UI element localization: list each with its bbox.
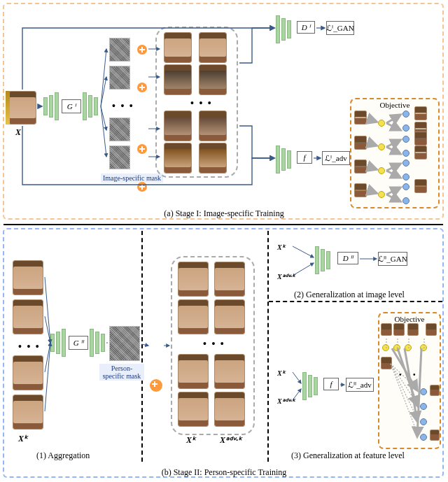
plus-big xyxy=(150,379,162,392)
feat-net xyxy=(276,146,291,173)
g2-dots: • • • xyxy=(203,339,225,350)
g2-r4c1 xyxy=(178,392,209,427)
var-X: X xyxy=(15,127,21,138)
caption-stage2: (b) Stage II: Person-specific Training xyxy=(0,467,448,478)
bball-3a xyxy=(402,160,410,166)
g2-r3c2 xyxy=(214,354,245,389)
var-Xk-mid: Xᵏ xyxy=(186,435,195,446)
obj2-m1 xyxy=(381,357,392,369)
xk-face-1 xyxy=(13,260,43,295)
bball-4a xyxy=(402,183,410,190)
feat2-label: f xyxy=(330,380,332,388)
mask-4 xyxy=(109,146,130,169)
mask-1 xyxy=(109,38,130,62)
g2-r4c2 xyxy=(214,392,245,427)
obj2-y3 xyxy=(405,344,412,351)
loss-gan: ℒᴵ_GAN xyxy=(326,24,354,33)
bball-3b xyxy=(402,173,410,180)
obj-mini-d1 xyxy=(354,183,367,197)
obj2-b3 xyxy=(420,418,427,425)
face-r1c1 xyxy=(164,32,192,63)
loss-gan-box: ℒᴵ_GAN xyxy=(326,21,354,35)
person-mask xyxy=(109,326,140,361)
face-r2c1 xyxy=(164,64,192,95)
loss-gan2-box: ℒᴵᴵ_GAN xyxy=(378,252,407,266)
disc2-label-box: D ᴵᴵ xyxy=(337,252,358,264)
plus-2 xyxy=(137,83,147,92)
xk-dots: • • • xyxy=(18,341,41,353)
bball-4b xyxy=(402,197,410,204)
bball-2a xyxy=(402,136,410,143)
var-Xadvk-2: Xᵃᵈᵛ·ᵏ xyxy=(277,273,295,281)
disc2-net xyxy=(315,246,330,274)
gen2-net-dec xyxy=(90,329,105,357)
feat2-net xyxy=(302,372,318,400)
mask-3 xyxy=(109,118,130,141)
part2-label: (2) Generalization at image level xyxy=(294,290,405,300)
face-r4c2 xyxy=(199,143,227,173)
obj2-bm1 xyxy=(430,385,440,396)
obj2-dots: • • • xyxy=(399,371,417,378)
hsep-2 xyxy=(269,301,442,302)
obj-mini-c1 xyxy=(354,160,367,173)
obj2-bm4 xyxy=(430,430,440,441)
xk-face-2 xyxy=(13,299,43,334)
part1-label: (1) Aggregation xyxy=(36,451,90,461)
obj2-y1 xyxy=(382,344,389,351)
plus-3 xyxy=(137,144,147,154)
obj2-t2 xyxy=(393,323,405,336)
face-r1c2 xyxy=(199,32,227,63)
yball-1 xyxy=(378,120,385,127)
disc-label-box: D ᴵ xyxy=(297,21,315,34)
var-Xadvk-mid: Xᵃᵈᵛ·ᵏ xyxy=(220,435,241,446)
g2-r2c2 xyxy=(214,299,245,334)
bball-1a xyxy=(402,111,410,118)
obj2-b2 xyxy=(420,403,427,410)
input-face-side xyxy=(6,91,10,125)
g2-r1c2 xyxy=(214,262,245,297)
gen-label-box: G ᴵ xyxy=(62,99,81,113)
var-Xadvk-3: Xᵃᵈᵛ·ᵏ xyxy=(277,397,295,405)
mask-2 xyxy=(109,66,130,90)
disc-label: D ᴵ xyxy=(302,23,311,32)
caption-stage1: (a) Stage I: Image-specific Training xyxy=(0,208,448,219)
obj-mini-b2 xyxy=(414,132,427,146)
gen2-label: G ᴵᴵ xyxy=(74,339,84,348)
stage-separator xyxy=(4,224,443,225)
gen-net-enc xyxy=(43,92,59,120)
obj-mini-b1 xyxy=(354,136,367,150)
obj2-b1 xyxy=(420,388,427,395)
g2-r1c1 xyxy=(178,262,209,297)
yball-2 xyxy=(378,143,385,150)
loss-gan2: ℒᴵᴵ_GAN xyxy=(378,255,407,264)
disc2-label: D ᴵᴵ xyxy=(343,254,354,263)
person-mask-label: Person-specific mask xyxy=(99,364,144,381)
face-r3c1 xyxy=(164,111,192,141)
plus-1 xyxy=(137,45,147,55)
gen2-net-enc xyxy=(50,329,66,357)
loss-adv-box: ℒᴵ_adv xyxy=(322,151,350,165)
mask-dots: • • • xyxy=(112,101,134,112)
xk-face-3 xyxy=(13,355,43,390)
feat2-label-box: f xyxy=(323,378,339,390)
face-r4c1 xyxy=(164,143,192,173)
g2-r3c1 xyxy=(178,354,209,389)
loss-adv2: ℒᴵᴵ_adv xyxy=(348,381,371,390)
feat-label: f xyxy=(303,153,305,162)
obj2-y4 xyxy=(420,344,427,351)
obj-mini-d2 xyxy=(414,179,427,193)
var-Xk-left: Xᵏ xyxy=(18,434,27,444)
yball-4 xyxy=(378,191,385,198)
face-r2c2 xyxy=(199,64,227,95)
objective2-title: Objective xyxy=(379,313,440,323)
input-face xyxy=(8,91,36,125)
gen-net-dec xyxy=(83,92,98,120)
obj2-y2 xyxy=(393,344,400,351)
xk-face-4 xyxy=(13,395,43,430)
vsep-2 xyxy=(267,231,269,462)
gen2-label-box: G ᴵᴵ xyxy=(69,336,88,350)
bball-2b xyxy=(402,150,410,157)
obj2-b4 xyxy=(420,434,427,441)
face-r3c2 xyxy=(199,111,227,141)
obj-mini-a1 xyxy=(354,111,367,125)
